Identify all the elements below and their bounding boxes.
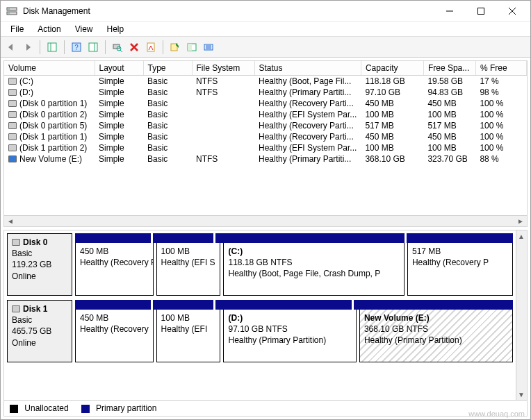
volumes-list-button[interactable] (168, 40, 183, 55)
disk-icon (12, 239, 20, 246)
partition-size: 368.10 GB NTFS (364, 324, 508, 335)
volume-name: (Disk 0 partition 2) (19, 110, 87, 119)
toolbar-separator (163, 40, 163, 54)
col-layout[interactable]: Layout (95, 61, 143, 76)
properties-button[interactable] (143, 40, 158, 55)
drive-icon (8, 133, 17, 140)
partition-box[interactable]: 517 MB Healthy (Recovery P (407, 243, 513, 296)
volume-pctfree: 98 % (475, 87, 526, 98)
show-hide-console-tree-button[interactable] (44, 40, 60, 55)
delete-button[interactable] (126, 40, 142, 55)
partition-status: Healthy (Boot, Page File, Crash Dump, P (228, 268, 399, 279)
table-row[interactable]: (Disk 0 partition 1) Simple Basic Health… (4, 98, 527, 109)
partition-status: Healthy (Recovery P (412, 257, 508, 268)
table-row[interactable]: (Disk 1 partition 2) Simple Basic Health… (4, 142, 527, 153)
volume-name: (Disk 0 partition 5) (19, 121, 87, 131)
volume-list-pane: Volume Layout Type File System Status Ca… (3, 60, 528, 227)
col-free[interactable]: Free Spa... (423, 61, 475, 76)
close-button[interactable] (496, 1, 528, 21)
partition-size: 450 MB (80, 246, 149, 257)
col-pctfree[interactable]: % Free (475, 61, 526, 76)
graphical-view-pane: Disk 0 Basic 119.23 GB Online 450 MB Hea… (3, 230, 528, 417)
partition-box[interactable]: 100 MB Healthy (EFI (156, 310, 221, 362)
scroll-down-icon[interactable]: ▼ (516, 390, 526, 398)
col-capacity[interactable]: Capacity (361, 61, 423, 76)
svg-point-3 (8, 12, 10, 14)
table-row[interactable]: (Disk 0 partition 5) Simple Basic Health… (4, 120, 527, 131)
partition-box[interactable]: 100 MB Healthy (EFI S (156, 243, 221, 296)
partition-box[interactable]: 450 MB Healthy (Recovery (75, 310, 154, 362)
forward-button[interactable] (20, 40, 35, 55)
partition-box[interactable]: New Volume (E:) 368.10 GB NTFS Healthy (… (359, 310, 513, 362)
table-header-row: Volume Layout Type File System Status Ca… (4, 61, 527, 76)
drive-icon (8, 78, 17, 85)
minimize-button[interactable] (434, 1, 465, 21)
help-button[interactable]: ? (69, 40, 84, 55)
show-hide-action-pane-button[interactable] (85, 40, 101, 55)
volume-layout: Simple (95, 142, 143, 153)
volume-type: Basic (143, 98, 192, 109)
table-row[interactable]: (Disk 0 partition 2) Simple Basic Health… (4, 109, 527, 120)
vertical-scrollbar[interactable]: ▲ ▼ (516, 230, 527, 400)
menubar: File Action View Help (1, 22, 530, 37)
disk-label[interactable]: Disk 1 Basic 465.75 GB Online (7, 300, 72, 362)
volume-name: (Disk 1 partition 1) (19, 132, 87, 142)
volume-pctfree: 88 % (475, 153, 526, 165)
horizontal-scrollbar[interactable]: ◄ ► (4, 215, 527, 226)
table-row[interactable]: (Disk 1 partition 1) Simple Basic Health… (4, 131, 527, 142)
back-button[interactable] (3, 40, 19, 55)
table-row[interactable]: (D:) Simple Basic NTFS Healthy (Primary … (4, 87, 527, 98)
partition-status: Healthy (Recovery (80, 324, 149, 335)
partition-box[interactable]: (D:) 97.10 GB NTFS Healthy (Primary Part… (223, 310, 356, 362)
toolbar-separator (40, 40, 40, 54)
volume-fs: NTFS (192, 76, 254, 87)
volume-name: (D:) (19, 87, 33, 97)
legend-label: Unallocated (24, 403, 68, 413)
partition-size: 118.18 GB NTFS (228, 257, 399, 268)
volume-pctfree: 100 % (475, 142, 526, 153)
disk-state: Online (12, 337, 67, 348)
partition-size: 100 MB (161, 246, 216, 257)
scroll-up-icon[interactable]: ▲ (516, 232, 526, 240)
menu-help[interactable]: Help (100, 23, 131, 35)
volume-capacity: 97.10 GB (361, 87, 423, 98)
window-title: Disk Management (23, 6, 90, 16)
partition-box[interactable]: 450 MB Healthy (Recovery P (75, 243, 154, 296)
partition-box[interactable]: (C:) 118.18 GB NTFS Healthy (Boot, Page … (223, 243, 404, 296)
partition-label: New Volume (E:) (364, 312, 508, 324)
col-volume[interactable]: Volume (4, 61, 95, 76)
volume-pctfree: 100 % (475, 120, 526, 131)
volume-layout: Simple (95, 87, 143, 98)
svg-rect-5 (477, 8, 484, 14)
svg-rect-1 (7, 12, 17, 15)
volume-type: Basic (143, 76, 192, 87)
table-row[interactable]: (C:) Simple Basic NTFS Healthy (Boot, Pa… (4, 76, 527, 87)
volume-status: Healthy (Primary Partiti... (254, 87, 361, 98)
disk-label[interactable]: Disk 0 Basic 119.23 GB Online (7, 233, 72, 296)
legend-unallocated: Unallocated (10, 403, 69, 413)
menu-action[interactable]: Action (31, 23, 67, 35)
menu-view[interactable]: View (68, 23, 100, 35)
graphical-view-button[interactable] (184, 40, 199, 55)
settings-button[interactable] (201, 40, 216, 55)
col-fs[interactable]: File System (192, 61, 254, 76)
table-row[interactable]: New Volume (E:) Simple Basic NTFS Health… (4, 153, 527, 165)
scroll-left-icon[interactable]: ◄ (6, 217, 15, 226)
maximize-button[interactable] (465, 1, 496, 21)
volume-layout: Simple (95, 109, 143, 120)
drive-icon (8, 122, 17, 129)
disk-name: Disk 1 (23, 303, 47, 314)
volume-fs (192, 98, 254, 109)
volume-capacity: 368.10 GB (361, 153, 423, 165)
titlebar[interactable]: Disk Management (1, 1, 530, 22)
partition-status: Healthy (Recovery P (80, 257, 149, 268)
volume-table[interactable]: Volume Layout Type File System Status Ca… (4, 61, 527, 165)
menu-file[interactable]: File (3, 23, 31, 35)
volume-type: Basic (143, 142, 192, 153)
app-icon (6, 6, 17, 17)
scroll-right-icon[interactable]: ► (516, 217, 525, 226)
col-type[interactable]: Type (143, 61, 192, 76)
col-status[interactable]: Status (254, 61, 361, 76)
disk-size: 465.75 GB (12, 326, 67, 337)
search-button[interactable] (110, 40, 125, 55)
